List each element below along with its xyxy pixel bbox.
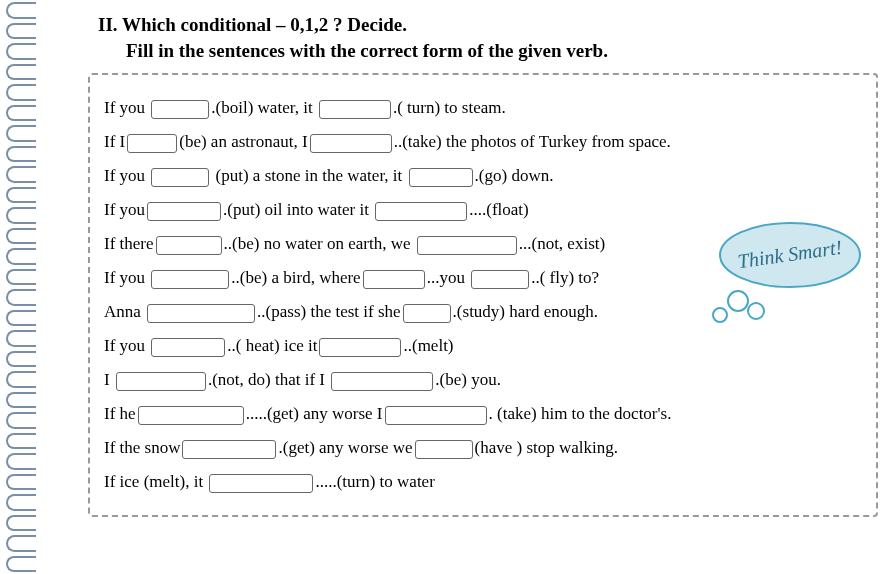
blank-input[interactable] [182, 440, 276, 459]
sentence-text: If he [104, 404, 136, 423]
sentence-text: . (take) him to the doctor's. [489, 404, 672, 423]
blank-input[interactable] [409, 168, 473, 187]
sentence-row: If there..(be) no water on earth, we ...… [104, 227, 862, 261]
blank-input[interactable] [331, 372, 433, 391]
sentence-text: .....(get) any worse I [246, 404, 383, 423]
sentence-row: If you.(put) oil into water it ....(floa… [104, 193, 862, 227]
sentence-row: I .(not, do) that if I .(be) you. [104, 363, 862, 397]
sentence-text: If you [104, 166, 149, 185]
sentence-row: If you ..(be) a bird, where...you ..( fl… [104, 261, 862, 295]
sentence-row: If the snow.(get) any worse we(have ) st… [104, 431, 862, 465]
blank-input[interactable] [151, 338, 225, 357]
sentence-text: If there [104, 234, 154, 253]
sentence-text: .....(turn) to water [315, 472, 434, 491]
sentence-row: If you ..( heat) ice it..(melt) [104, 329, 862, 363]
sentence-row: If you .(boil) water, it .( turn) to ste… [104, 91, 862, 125]
sentence-text: .(get) any worse we [278, 438, 412, 457]
blank-input[interactable] [319, 100, 391, 119]
blank-input[interactable] [127, 134, 177, 153]
blank-input[interactable] [147, 202, 221, 221]
blank-input[interactable] [151, 168, 209, 187]
blank-input[interactable] [471, 270, 529, 289]
sentence-text: If ice (melt), it [104, 472, 207, 491]
sentence-text: (have ) stop walking. [475, 438, 619, 457]
sentence-row: If ice (melt), it .....(turn) to water [104, 465, 862, 499]
blank-input[interactable] [151, 100, 209, 119]
blank-input[interactable] [375, 202, 467, 221]
sentence-text: ..(take) the photos of Turkey from space… [394, 132, 671, 151]
sentence-text: .(go) down. [475, 166, 554, 185]
sentence-text: If you [104, 336, 149, 355]
sentence-text: .(not, do) that if I [208, 370, 329, 389]
sentence-text: If you [104, 200, 145, 219]
sentence-text: ..(pass) the test if she [257, 302, 401, 321]
title-line-1: II. Which conditional – 0,1,2 ? Decide. [98, 14, 407, 35]
sentence-text: (put) a stone in the water, it [211, 166, 406, 185]
blank-input[interactable] [151, 270, 229, 289]
blank-input[interactable] [310, 134, 392, 153]
blank-input[interactable] [138, 406, 244, 425]
sentence-text: ..(be) no water on earth, we [224, 234, 415, 253]
sentence-text: If the snow [104, 438, 180, 457]
sentence-row: Anna ..(pass) the test if she.(study) ha… [104, 295, 862, 329]
sentence-text: .(boil) water, it [211, 98, 317, 117]
sentence-text: .(put) oil into water it [223, 200, 373, 219]
sentence-row: If you (put) a stone in the water, it .(… [104, 159, 862, 193]
sentence-text: ..(melt) [403, 336, 453, 355]
blank-input[interactable] [116, 372, 206, 391]
blank-input[interactable] [209, 474, 313, 493]
sentence-text: ..(be) a bird, where [231, 268, 360, 287]
sentence-text: If you [104, 268, 149, 287]
sentence-row: If I(be) an astronaut, I..(take) the pho… [104, 125, 862, 159]
exercise-box: If you .(boil) water, it .( turn) to ste… [88, 73, 878, 517]
title-line-2: Fill in the sentences with the correct f… [98, 40, 608, 61]
sentence-text: .(be) you. [435, 370, 501, 389]
blank-input[interactable] [385, 406, 487, 425]
sentence-text: .( turn) to steam. [393, 98, 506, 117]
sentence-text: ..( heat) ice it [227, 336, 317, 355]
sentence-text: ...you [427, 268, 470, 287]
sentence-text: If I [104, 132, 125, 151]
sentence-text: (be) an astronaut, I [179, 132, 307, 151]
sentence-text: Anna [104, 302, 145, 321]
blank-input[interactable] [363, 270, 425, 289]
sentence-text: ...(not, exist) [519, 234, 605, 253]
sentence-text: .(study) hard enough. [453, 302, 598, 321]
blank-input[interactable] [156, 236, 222, 255]
exercise-title: II. Which conditional – 0,1,2 ? Decide. … [98, 12, 878, 63]
blank-input[interactable] [415, 440, 473, 459]
blank-input[interactable] [147, 304, 255, 323]
sentence-text: ..( fly) to? [531, 268, 599, 287]
sentence-text: If you [104, 98, 149, 117]
blank-input[interactable] [319, 338, 401, 357]
spiral-binding [0, 0, 40, 574]
blank-input[interactable] [403, 304, 451, 323]
sentence-text: ....(float) [469, 200, 528, 219]
sentence-row: If he.....(get) any worse I. (take) him … [104, 397, 862, 431]
sentence-text: I [104, 370, 114, 389]
blank-input[interactable] [417, 236, 517, 255]
page-content: II. Which conditional – 0,1,2 ? Decide. … [48, 0, 886, 517]
